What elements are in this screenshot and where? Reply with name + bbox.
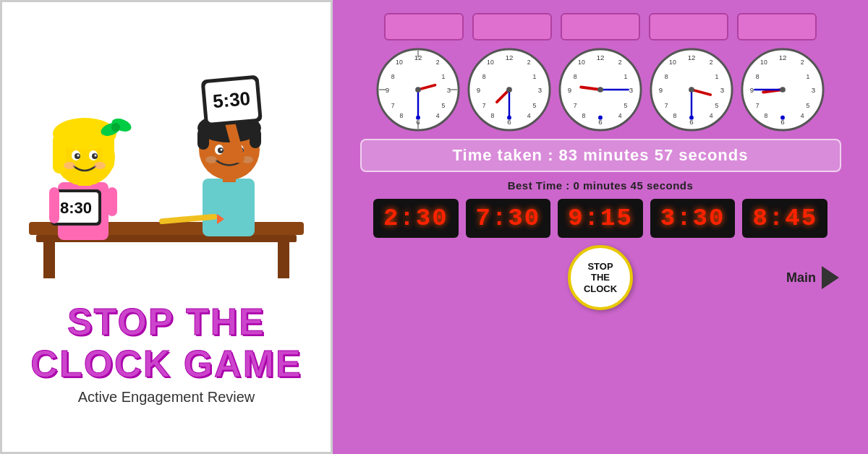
stop-clock-line2: THE — [591, 272, 610, 283]
clock-4: 12 6 9 3 2 10 8 1 7 5 4 8 — [650, 48, 733, 132]
svg-point-118 — [689, 116, 694, 120]
svg-text:3: 3 — [720, 86, 724, 94]
svg-rect-8 — [53, 134, 66, 174]
svg-rect-3 — [278, 242, 289, 278]
stop-clock-button[interactable]: STOP THE CLOCK — [568, 245, 633, 310]
stop-clock-line1: STOP — [587, 261, 613, 273]
svg-point-135 — [780, 116, 785, 120]
svg-text:8: 8 — [482, 73, 486, 80]
svg-text:1: 1 — [715, 73, 718, 80]
bottom-row: STOP THE CLOCK Main — [347, 245, 854, 310]
svg-text:4: 4 — [801, 112, 804, 119]
svg-text:8: 8 — [582, 112, 585, 119]
answer-box-4[interactable] — [649, 13, 728, 40]
answer-box-2[interactable] — [472, 13, 552, 40]
digital-time-3: 9:15 — [558, 199, 643, 238]
best-time-text: Best Time : 0 minutes 45 seconds — [508, 179, 694, 192]
svg-point-67 — [416, 116, 420, 120]
svg-text:10: 10 — [396, 59, 403, 66]
svg-text:1: 1 — [806, 73, 809, 80]
svg-text:8: 8 — [399, 112, 403, 119]
svg-text:4: 4 — [710, 112, 713, 119]
game-title-line2: CLOCK GAME — [30, 343, 302, 385]
svg-point-20 — [94, 162, 106, 169]
svg-text:8:30: 8:30 — [60, 199, 92, 217]
svg-text:8: 8 — [490, 112, 494, 119]
svg-point-117 — [689, 87, 694, 93]
svg-text:2: 2 — [527, 59, 531, 66]
svg-text:10: 10 — [669, 59, 676, 66]
svg-text:2: 2 — [801, 59, 804, 66]
svg-text:7: 7 — [665, 102, 668, 109]
svg-rect-24 — [49, 187, 59, 223]
svg-text:5: 5 — [441, 102, 445, 109]
svg-text:8: 8 — [764, 112, 767, 119]
svg-text:2: 2 — [618, 59, 622, 66]
svg-point-84 — [507, 116, 511, 120]
svg-point-83 — [506, 87, 512, 93]
svg-point-66 — [415, 87, 421, 93]
clocks-row: 12 6 9 3 2 10 8 1 7 5 4 8 — [376, 48, 825, 132]
main-button[interactable]: Main — [786, 266, 839, 289]
svg-text:5: 5 — [806, 102, 809, 109]
svg-text:8: 8 — [574, 73, 577, 80]
svg-point-36 — [221, 149, 223, 151]
illustration: 8:30 — [14, 48, 318, 294]
game-title-line1: STOP THE — [30, 301, 302, 343]
clock-3: 12 6 9 3 2 10 8 1 7 5 4 8 — [558, 48, 642, 132]
answer-boxes-row — [347, 13, 854, 40]
svg-text:10: 10 — [760, 59, 767, 66]
svg-text:8: 8 — [391, 73, 395, 80]
time-taken-bar: Time taken : 83 minutes 57 seconds — [360, 139, 841, 172]
svg-text:10: 10 — [487, 59, 494, 66]
svg-text:4: 4 — [436, 112, 440, 119]
svg-text:8: 8 — [673, 112, 676, 119]
svg-text:3: 3 — [447, 86, 451, 94]
svg-text:12: 12 — [414, 53, 422, 61]
clock-5: 12 6 9 3 2 10 8 1 7 5 4 8 — [741, 48, 825, 132]
svg-point-17 — [77, 155, 80, 157]
svg-text:1: 1 — [441, 73, 445, 80]
answer-box-3[interactable] — [561, 13, 640, 40]
svg-text:1: 1 — [624, 73, 627, 80]
left-panel: 8:30 — [0, 0, 333, 454]
svg-text:9: 9 — [568, 86, 571, 94]
clock-2: 12 6 9 3 2 10 8 1 7 5 4 8 — [467, 48, 551, 132]
svg-rect-30 — [197, 128, 209, 150]
digital-row: 2:30 7:30 9:15 3:30 8:45 — [373, 199, 827, 238]
svg-text:5: 5 — [624, 102, 627, 109]
answer-box-5[interactable] — [737, 13, 817, 40]
svg-text:3: 3 — [629, 86, 633, 94]
svg-text:8: 8 — [756, 73, 760, 80]
svg-text:9: 9 — [659, 86, 663, 94]
svg-text:5: 5 — [715, 102, 718, 109]
svg-point-19 — [64, 162, 75, 169]
svg-point-101 — [598, 116, 603, 120]
stop-clock-line3: CLOCK — [584, 283, 617, 295]
svg-point-18 — [95, 155, 97, 157]
svg-text:7: 7 — [391, 102, 395, 109]
svg-text:5:30: 5:30 — [212, 87, 251, 112]
svg-text:9: 9 — [477, 86, 480, 94]
svg-text:3: 3 — [538, 86, 542, 94]
title-block: STOP THE CLOCK GAME Active Engagement Re… — [30, 301, 302, 405]
svg-text:3: 3 — [812, 86, 815, 94]
game-subtitle: Active Engagement Review — [30, 389, 302, 406]
svg-point-38 — [205, 156, 217, 163]
svg-text:9: 9 — [750, 86, 754, 94]
svg-text:2: 2 — [710, 59, 713, 66]
digital-time-2: 7:30 — [466, 199, 551, 238]
svg-text:9: 9 — [386, 86, 389, 94]
svg-rect-25 — [107, 187, 117, 216]
svg-text:7: 7 — [756, 102, 760, 109]
svg-text:8: 8 — [665, 73, 668, 80]
svg-text:1: 1 — [532, 73, 536, 80]
svg-text:12: 12 — [506, 53, 514, 61]
svg-point-134 — [780, 87, 786, 93]
svg-text:12: 12 — [779, 53, 787, 61]
svg-text:7: 7 — [574, 102, 577, 109]
svg-text:4: 4 — [527, 112, 531, 119]
main-button-label: Main — [786, 270, 816, 286]
answer-box-1[interactable] — [384, 13, 464, 40]
digital-time-4: 3:30 — [650, 199, 736, 238]
